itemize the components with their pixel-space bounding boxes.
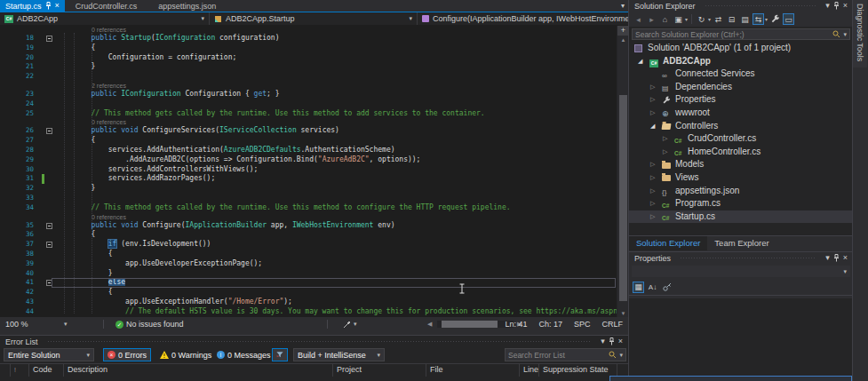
tree-item[interactable]: ▷Views [629, 171, 853, 185]
scrollbar-thumb[interactable] [442, 321, 498, 328]
code-line[interactable]: 24 [0, 99, 617, 109]
code-line[interactable]: 36 { [0, 230, 617, 240]
tree-item[interactable]: ◢Controllers [629, 120, 853, 133]
search-options-chevron-icon[interactable]: ▾ [843, 31, 847, 38]
solution-explorer-search[interactable]: ▾ [632, 28, 850, 40]
codelens-references[interactable]: 2 references [0, 82, 617, 90]
collapse-region-icon[interactable] [46, 128, 52, 134]
error-list-title-bar[interactable]: Error List ▾ × [0, 336, 628, 347]
column-header[interactable]: Code [29, 364, 64, 377]
switch-views-icon[interactable]: ▣ [673, 13, 684, 25]
close-icon[interactable]: × [618, 337, 623, 345]
collapsed-arrow-icon[interactable]: ▷ [663, 148, 667, 155]
messages-toggle-button[interactable]: i 0 Messages [212, 348, 275, 361]
wrench-icon[interactable] [769, 13, 781, 25]
code-line[interactable]: 19 { [0, 44, 617, 53]
window-position-chevron-icon[interactable]: ▾ [825, 254, 830, 262]
property-pages-icon[interactable] [661, 282, 673, 293]
search-options-chevron-icon[interactable]: ▾ [619, 352, 623, 359]
history-icon[interactable]: ↻ [696, 13, 707, 25]
project-dropdown[interactable]: C# ADB2CApp ▾ [0, 12, 210, 25]
tool-tab-solution-explorer[interactable]: Solution Explorer [629, 236, 707, 250]
code-line[interactable]: 34 // This method gets called by the run… [0, 203, 617, 213]
collapse-region-icon[interactable] [46, 242, 52, 248]
scrollbar-thumb[interactable] [619, 95, 627, 301]
window-position-chevron-icon[interactable]: ▾ [825, 2, 830, 10]
member-dropdown[interactable]: Configure(IApplicationBuilder app, IWebH… [418, 12, 628, 25]
code-line[interactable]: 29 .AddAzureADB2C(options => Configurati… [0, 155, 617, 165]
collapsed-arrow-icon[interactable]: ▷ [650, 200, 655, 207]
pin-icon[interactable] [609, 337, 615, 345]
code-line[interactable]: 37 if (env.IsDevelopment()) [0, 240, 617, 250]
filter-button[interactable] [272, 348, 288, 361]
line-ending-indicator[interactable]: CRLF [601, 320, 623, 329]
code-line[interactable]: 27 { [0, 136, 617, 146]
back-icon[interactable]: ◂ [633, 13, 644, 25]
tab-appsettings-json[interactable]: appsettings.json [147, 0, 227, 12]
codelens-references[interactable]: 0 references [0, 213, 617, 221]
tree-item[interactable]: ▷{}appsettings.json [629, 185, 853, 198]
column-header[interactable]: Line [520, 364, 539, 377]
chevron-down-icon[interactable]: ▾ [708, 16, 711, 22]
column-header[interactable]: Description [64, 364, 333, 377]
code-line[interactable]: 33 [0, 194, 617, 203]
code-line[interactable]: 25 // This method gets called by the run… [0, 109, 617, 119]
code-line[interactable]: 32 } [0, 184, 617, 194]
alphabetical-icon[interactable]: A↓ [647, 282, 658, 293]
code-line[interactable]: 18 public Startup(IConfiguration configu… [0, 34, 617, 44]
code-line[interactable]: 21 } [0, 62, 617, 72]
object-dropdown[interactable]: ▾ [632, 266, 850, 277]
document-list-chevron-icon[interactable]: ▾ [621, 2, 625, 10]
tree-item[interactable]: ▷Models [629, 158, 853, 171]
column-header-severity[interactable] [0, 364, 11, 377]
code-line[interactable]: 42 { [0, 288, 617, 298]
forward-icon[interactable]: ▸ [646, 13, 657, 25]
collapsed-arrow-icon[interactable]: ▷ [650, 96, 655, 103]
close-icon[interactable]: × [55, 2, 60, 10]
editor-horizontal-scrollbar[interactable] [437, 321, 514, 328]
tab-startup-cs[interactable]: Startup.cs × [0, 0, 65, 12]
column-header[interactable]: File [426, 364, 520, 377]
expanded-arrow-icon[interactable]: ◢ [638, 58, 642, 65]
code-line[interactable]: 38 { [0, 250, 617, 259]
collapsed-arrow-icon[interactable]: ▷ [650, 187, 655, 194]
pin-icon[interactable] [45, 2, 52, 10]
scroll-left-arrow-icon[interactable]: ◀ [427, 317, 432, 331]
code-line[interactable]: 43 app.UseExceptionHandler("/Home/Error"… [0, 298, 617, 307]
tree-item[interactable]: ▷C#Startup.cs [629, 210, 853, 224]
collapsed-arrow-icon[interactable]: ▷ [650, 174, 655, 181]
show-all-files-icon[interactable]: ▤ [739, 13, 751, 25]
code-line[interactable]: 39 app.UseDeveloperExceptionPage(); [0, 259, 617, 269]
properties-title-bar[interactable]: Properties ▾ × [629, 252, 853, 264]
code-line[interactable]: 26 public void ConfigureServices(IServic… [0, 126, 617, 136]
pin-icon[interactable] [833, 254, 840, 262]
search-icon[interactable] [609, 351, 617, 359]
source-filter-dropdown[interactable]: Build + IntelliSense▾ [293, 348, 385, 361]
home-icon[interactable]: ⌂ [659, 13, 671, 25]
tab-crudcontroller-cs[interactable]: CrudController.cs [65, 0, 148, 12]
categorized-icon[interactable]: ▦ [633, 282, 644, 293]
tree-item[interactable]: ∞Connected Services [629, 67, 853, 81]
code-editor[interactable]: 0 references18 public Startup(IConfigura… [0, 26, 617, 317]
warnings-toggle-button[interactable]: 0 Warnings [155, 348, 216, 361]
search-icon[interactable] [832, 30, 840, 38]
tree-item[interactable]: ▷▤Dependencies [629, 81, 853, 94]
collapsed-arrow-icon[interactable]: ▷ [650, 161, 655, 168]
collapse-region-icon[interactable] [46, 223, 52, 229]
expanded-arrow-icon[interactable]: ◢ [650, 123, 655, 130]
error-list-search[interactable]: ▾ [505, 348, 626, 361]
preview-selected-items-icon[interactable]: ▭ [783, 13, 794, 25]
tree-item[interactable]: ▷C#HomeController.cs [629, 146, 853, 159]
search-input[interactable] [635, 30, 830, 39]
code-line[interactable]: 31 services.AddRazorPages(); [0, 174, 617, 184]
collapsed-arrow-icon[interactable]: ▷ [650, 213, 655, 220]
tab-diagnostic-tools[interactable]: Diagnostic Tools [853, 0, 867, 67]
code-line[interactable]: 28 services.AddAuthentication(AzureADB2C… [0, 146, 617, 155]
code-line[interactable]: 35 public void Configure(IApplicationBui… [0, 221, 617, 231]
code-line[interactable]: 20 Configuration = configuration; [0, 53, 617, 63]
editor-vertical-scrollbar[interactable]: + ▲ ▼ [617, 26, 628, 317]
tree-item[interactable]: ▷Properties [629, 93, 853, 107]
column-indicator[interactable]: Ch: 17 [538, 320, 562, 329]
code-line[interactable]: 41 else [0, 278, 617, 288]
codelens-references[interactable]: 0 references [0, 26, 617, 34]
